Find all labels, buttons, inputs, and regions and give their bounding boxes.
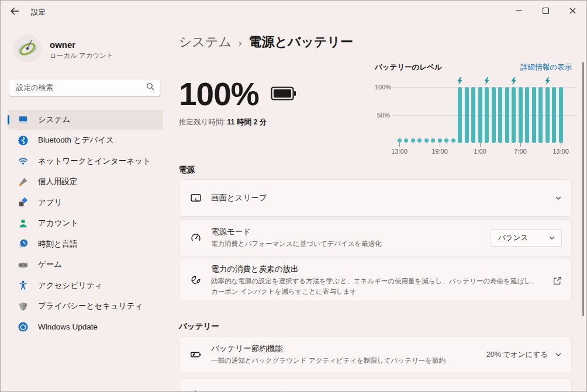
bluetooth-icon: [17, 134, 29, 146]
battery-estimate: 推定残り時間: 11 時間 2 分: [179, 117, 296, 127]
battery-level-bar: [505, 87, 509, 143]
battery-level-dot: [451, 138, 455, 143]
chart-x-tick: [561, 143, 561, 147]
accessibility-icon: [17, 280, 29, 292]
vertical-scrollbar[interactable]: [582, 62, 584, 316]
chevron-down-icon: [555, 351, 562, 358]
screen-sleep-icon: [190, 192, 202, 204]
sidebar-item-personalization[interactable]: 個人用設定: [8, 172, 163, 192]
selected-indicator: [8, 115, 9, 124]
breadcrumb: システム › 電源とバッテリー: [179, 33, 353, 51]
battery-level-bar: [465, 87, 469, 143]
chart-x-label: 19:00: [428, 148, 451, 155]
sidebar-item-privacy-security[interactable]: プライバシーとセキュリティ: [8, 296, 163, 316]
sidebar-item-label: ゲーム: [38, 259, 62, 270]
power-mode-dropdown[interactable]: バランス: [491, 229, 562, 247]
user-account[interactable]: owner ローカル アカウント: [1, 24, 170, 65]
battery-full-icon: [271, 86, 296, 103]
battery-level-bar: [492, 87, 496, 143]
battery-status: 100% 推定残り時間: 11 時間 2 分: [179, 78, 296, 127]
user-name: owner: [50, 40, 113, 50]
battery-level-bar: [458, 87, 462, 143]
sidebar-nav: システムBluetooth とデバイスネットワークとインターネット個人用設定アプ…: [1, 109, 170, 338]
sidebar-item-gaming[interactable]: ゲーム: [8, 255, 163, 275]
sidebar-item-label: プライバシーとセキュリティ: [38, 301, 143, 311]
search-input[interactable]: [16, 84, 146, 92]
sidebar-item-label: アプリ: [38, 197, 62, 208]
section-header: バッテリー: [179, 321, 572, 332]
personalization-icon: [17, 176, 29, 188]
breadcrumb-parent[interactable]: システム: [179, 33, 232, 51]
row-title: 電力の消費と炭素の放出: [211, 264, 544, 275]
chevron-down-icon: [555, 195, 562, 202]
chart-x-tick: [480, 143, 481, 147]
close-icon: [569, 6, 576, 16]
sidebar-item-label: 時刻と言語: [38, 239, 78, 249]
row-title: 電源モード: [211, 227, 481, 237]
sidebar-item-label: Windows Update: [38, 322, 98, 331]
dropdown-value: バランス: [498, 233, 528, 243]
charging-bolt-icon: [510, 77, 517, 84]
sidebar-item-system[interactable]: システム: [8, 110, 163, 130]
search-box: [9, 79, 161, 96]
section-header: 電源: [179, 164, 572, 176]
close-button[interactable]: [559, 1, 586, 21]
maximize-button[interactable]: [532, 1, 559, 21]
titlebar: 設定: [1, 1, 586, 24]
window-controls: [505, 1, 586, 21]
battery-level-bar: [552, 87, 556, 143]
battery-level-chart: バッテリーのレベル 詳細情報の表示 100%50%13:0019:001:007…: [375, 63, 576, 157]
minimize-button[interactable]: [505, 1, 532, 21]
chevron-down-icon: [548, 234, 555, 241]
charging-bolt-icon: [544, 77, 551, 84]
battery-level-dot: [444, 138, 448, 143]
battery-level-dot: [431, 138, 435, 143]
sidebar-item-time-language[interactable]: 時刻と言語: [8, 234, 163, 254]
settings-row-power-mode[interactable]: 電源モード電力消費とパフォーマンスに基づいてデバイスを最適化バランス: [179, 219, 572, 256]
breadcrumb-separator: ›: [239, 38, 241, 48]
settings-row-battery-saver[interactable]: バッテリー節約機能一部の通知とバックグラウンド アクティビティを制限してバッテリ…: [179, 336, 572, 373]
battery-level-bar: [532, 87, 536, 143]
sidebar-item-apps[interactable]: アプリ: [8, 193, 163, 213]
battery-level-bar: [525, 87, 529, 143]
battery-level-dot: [411, 138, 415, 143]
battery-level-dot: [424, 138, 429, 143]
minimize-icon: [516, 6, 522, 16]
sidebar-item-label: 個人用設定: [38, 176, 78, 187]
battery-level-dot: [438, 138, 442, 143]
sidebar-item-network-internet[interactable]: ネットワークとインターネット: [8, 151, 163, 171]
windows-update-icon: [17, 321, 29, 333]
row-subtitle: 電力消費とパフォーマンスに基づいてデバイスを最適化: [211, 239, 481, 249]
row-title: 画面とスリープ: [211, 193, 545, 203]
sidebar-item-accessibility[interactable]: アクセシビリティ: [8, 276, 163, 296]
settings-row-screen-sleep[interactable]: 画面とスリープ: [179, 179, 572, 217]
settings-row-battery-usage[interactable]: バッテリーの使用状況: [179, 378, 572, 392]
sidebar-item-label: システム: [38, 115, 70, 125]
sidebar-item-label: ネットワークとインターネット: [38, 156, 151, 166]
sidebar-item-bluetooth-devices[interactable]: Bluetooth とデバイス: [8, 130, 163, 150]
battery-estimate-label: 推定残り時間:: [179, 118, 225, 126]
avatar: [13, 34, 42, 65]
privacy-icon: [17, 300, 29, 312]
battery-level-bar: [471, 87, 475, 143]
chart-x-label: 7:00: [509, 148, 532, 155]
system-icon: [17, 114, 29, 126]
energy-carbon-icon: [190, 275, 202, 286]
row-title: バッテリー節約機能: [211, 344, 477, 354]
settings-sections: 電源画面とスリープ電源モード電力消費とパフォーマンスに基づいてデバイスを最適化バ…: [179, 164, 572, 392]
time-language-icon: [17, 238, 29, 250]
battery-level-bar: [485, 87, 489, 143]
battery-level-dot: [404, 138, 408, 143]
chart-x-tick: [399, 143, 400, 147]
chart-x-label: 13:00: [388, 148, 411, 155]
sidebar-item-label: アカウント: [38, 218, 78, 228]
row-value: 20% でオンにする: [486, 350, 548, 360]
sidebar-item-accounts[interactable]: アカウント: [8, 213, 163, 233]
back-button[interactable]: [5, 4, 24, 21]
battery-percent: 100%: [179, 78, 259, 110]
power-mode-icon: [190, 232, 202, 244]
sidebar-item-windows-update[interactable]: Windows Update: [8, 317, 163, 337]
battery-level-bar: [498, 87, 502, 143]
battery-level-bar: [538, 87, 543, 143]
settings-row-energy-carbon[interactable]: 電力の消費と炭素の放出効率的な電源の設定を選択する方法を学ぶと、エネルギーの使用…: [179, 259, 572, 302]
